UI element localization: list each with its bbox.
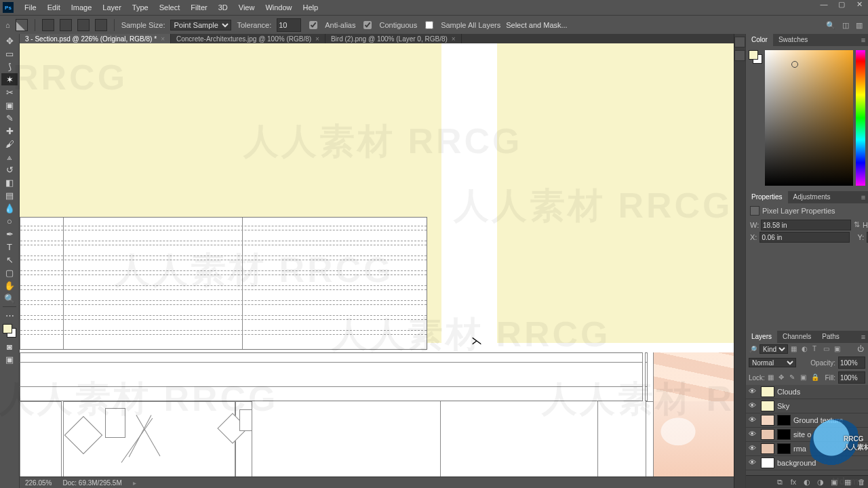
opacity-input[interactable] [838,357,865,369]
lock-paint-icon[interactable]: ✎ [789,373,797,382]
collapsed-panel-icon[interactable] [734,37,745,47]
layer-thumbnail[interactable] [761,386,774,397]
marquee-tool[interactable]: ▭ [1,47,18,60]
eraser-tool[interactable]: ◧ [1,176,18,188]
screen-mode-button[interactable]: ▣ [1,353,18,365]
shape-tool[interactable]: ▢ [1,266,18,279]
share-icon[interactable]: ◫ [842,21,849,30]
layer-row[interactable]: 👁 background [746,456,868,470]
document-tab[interactable]: Bird (2).png @ 100% (Layer 0, RGB/8) × [326,34,462,43]
layer-mask-thumbnail[interactable] [777,415,791,426]
panel-menu-icon[interactable]: ≡ [859,333,868,341]
document-tab[interactable]: Concrete-Architextures.jpg @ 100% (RGB/8… [171,34,326,43]
tab-properties[interactable]: Properties [746,191,788,203]
sample-all-checkbox[interactable] [425,21,433,29]
menu-3d[interactable]: 3D [213,0,233,15]
selection-add-button[interactable] [60,19,72,31]
current-tool-icon[interactable] [16,19,28,31]
close-icon[interactable]: × [452,35,456,43]
selection-new-button[interactable] [42,19,54,31]
lasso-tool[interactable]: ⟆ [1,60,18,73]
menu-filter[interactable]: Filter [185,0,212,15]
window-minimize-icon[interactable]: — [818,0,830,9]
visibility-icon[interactable]: 👁 [749,444,758,453]
tab-swatches[interactable]: Swatches [773,34,813,46]
window-restore-icon[interactable]: ▢ [835,0,848,9]
menu-help[interactable]: Help [298,0,324,15]
path-select-tool[interactable]: ↖ [1,253,18,266]
layer-mask-thumbnail[interactable] [777,443,791,454]
link-wh-icon[interactable]: ⇅ [854,220,860,230]
quick-mask-button[interactable]: ◙ [1,340,18,352]
fg-swatch[interactable] [749,50,758,60]
link-layers-icon[interactable]: ⧉ [776,478,784,487]
filter-smart-icon[interactable]: ▣ [834,345,842,353]
tab-paths[interactable]: Paths [816,331,845,343]
filter-toggle-icon[interactable]: ⏻ [857,345,865,353]
layer-row[interactable]: 👁 site o [746,428,868,442]
color-field[interactable] [765,50,853,186]
zoom-tool[interactable]: 🔍 [1,292,18,304]
tolerance-input[interactable] [277,18,301,32]
menu-select[interactable]: Select [154,0,186,15]
visibility-icon[interactable]: 👁 [749,458,758,468]
layer-thumbnail[interactable] [761,429,774,440]
color-swatch-pair[interactable] [749,50,762,64]
collapsed-panel-icon[interactable] [734,50,745,61]
new-adjustment-icon[interactable]: ◑ [816,478,825,487]
selection-intersect-button[interactable] [95,19,107,31]
menu-file[interactable]: File [19,0,42,15]
filter-type-icon[interactable]: T [812,345,821,353]
type-tool[interactable]: T [1,241,18,253]
add-mask-icon[interactable]: ◐ [803,478,811,487]
menu-window[interactable]: Window [260,0,297,15]
move-tool[interactable]: ✥ [1,35,18,47]
menu-layer[interactable]: Layer [97,0,127,15]
layer-thumbnail[interactable] [761,401,774,411]
contiguous-checkbox[interactable] [363,21,372,29]
layer-row[interactable]: 👁 rma [746,442,868,456]
history-brush-tool[interactable]: ↺ [1,163,18,176]
magic-wand-tool[interactable]: ✶ [1,73,18,85]
menu-type[interactable]: Type [127,0,154,15]
blend-mode-select[interactable]: Normal [749,358,796,367]
hue-slider[interactable] [856,50,865,186]
kind-filter-icon[interactable]: 🔎 [749,346,757,353]
new-layer-icon[interactable]: ▦ [844,478,852,487]
layer-thumbnail[interactable] [761,458,774,468]
lock-position-icon[interactable]: ✥ [778,373,787,382]
tab-channels[interactable]: Channels [777,331,816,343]
antialias-checkbox[interactable] [309,21,317,29]
layer-row[interactable]: 👁 Sky [746,399,868,413]
edit-toolbar-button[interactable]: ⋯ [1,309,18,321]
fill-input[interactable] [838,371,865,384]
menu-image[interactable]: Image [66,0,98,15]
filter-adjust-icon[interactable]: ◐ [802,345,810,353]
panel-menu-icon[interactable]: ≡ [859,36,868,44]
lock-pixels-icon[interactable]: ▦ [768,373,776,382]
visibility-icon[interactable]: 👁 [749,401,758,411]
healing-brush-tool[interactable]: ✚ [1,125,18,137]
crop-tool[interactable]: ✂ [1,86,18,98]
prop-w-input[interactable] [761,220,851,230]
visibility-icon[interactable]: 👁 [749,415,758,425]
visibility-icon[interactable]: 👁 [749,430,758,439]
eyedropper-tool[interactable]: ✎ [1,112,18,124]
layer-thumbnail[interactable] [761,443,774,454]
document-tab[interactable]: 3 - Section.psd @ 226% (Original, RGB/8)… [20,34,171,43]
select-and-mask-button[interactable]: Select and Mask... [506,21,568,29]
document-canvas[interactable]: ⋋ [20,43,735,477]
layer-thumbnail[interactable] [761,415,774,426]
menu-view[interactable]: View [233,0,260,15]
gradient-tool[interactable]: ▤ [1,189,18,201]
status-menu-arrow-icon[interactable]: ▸ [133,479,136,487]
layer-style-icon[interactable]: fx [789,478,797,486]
filter-pixel-icon[interactable]: ▦ [791,345,799,353]
lock-artboard-icon[interactable]: ▣ [800,373,808,382]
blur-tool[interactable]: 💧 [1,202,18,214]
window-close-icon[interactable]: ✕ [853,0,865,9]
zoom-readout[interactable]: 226.05% [25,479,52,487]
close-icon[interactable]: × [161,35,165,43]
close-icon[interactable]: × [315,35,319,43]
color-swatches[interactable] [3,324,16,338]
